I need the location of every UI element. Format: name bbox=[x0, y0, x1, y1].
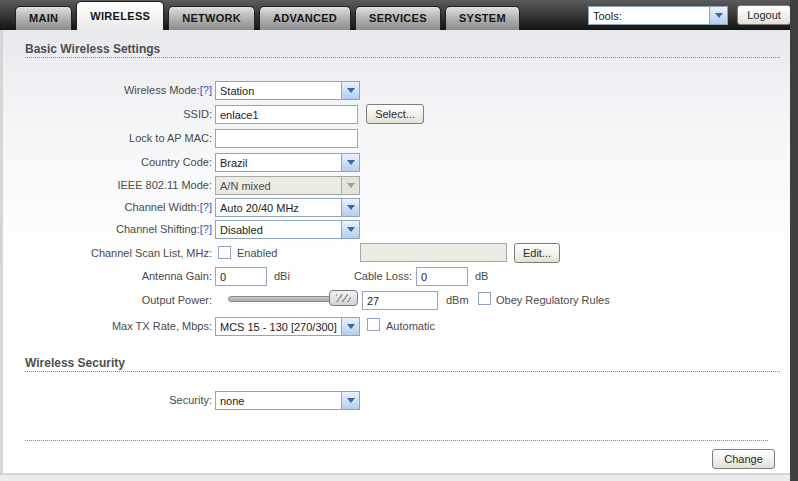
logout-button[interactable]: Logout bbox=[737, 5, 791, 25]
wireless-mode-select[interactable]: Station bbox=[215, 81, 360, 100]
channel-scan-list-input bbox=[360, 243, 507, 262]
max-tx-rate-select[interactable]: MCS 15 - 130 [270/300] bbox=[215, 317, 360, 336]
change-button[interactable]: Change bbox=[712, 449, 775, 469]
window-bottom-edge bbox=[0, 474, 790, 481]
channel-scan-list-label: Channel Scan List, MHz: bbox=[0, 247, 212, 259]
max-tx-rate-value: MCS 15 - 130 [270/300] bbox=[216, 321, 341, 333]
ieee80211-mode-value: A/N mixed bbox=[216, 180, 341, 192]
tab-system[interactable]: SYSTEM bbox=[445, 6, 520, 30]
output-power-unit: dBm bbox=[446, 294, 469, 306]
tab-network[interactable]: NETWORK bbox=[168, 6, 255, 30]
chevron-down-icon bbox=[341, 318, 359, 335]
channel-width-value: Auto 20/40 MHz bbox=[216, 202, 341, 214]
section-divider bbox=[25, 57, 780, 58]
ieee80211-mode-select: A/N mixed bbox=[215, 176, 360, 195]
obey-regulatory-rules-checkbox[interactable] bbox=[478, 292, 491, 305]
basic-wireless-settings-title: Basic Wireless Settings bbox=[25, 42, 160, 56]
section-divider bbox=[25, 371, 780, 372]
cable-loss-label: Cable Loss: bbox=[200, 270, 412, 282]
obey-regulatory-rules-label: Obey Regulatory Rules bbox=[496, 294, 610, 306]
country-code-select[interactable]: Brazil bbox=[215, 153, 360, 172]
output-power-input[interactable] bbox=[362, 291, 438, 310]
cable-loss-unit: dB bbox=[475, 270, 488, 282]
tab-bar: MAIN WIRELESS NETWORK ADVANCED SERVICES … bbox=[15, 1, 524, 30]
chevron-down-icon bbox=[341, 221, 359, 238]
chevron-down-icon bbox=[709, 7, 727, 24]
security-label: Security: bbox=[0, 394, 212, 406]
tab-services[interactable]: SERVICES bbox=[355, 6, 441, 30]
wireless-mode-value: Station bbox=[216, 85, 341, 97]
slider-grip-icon bbox=[336, 294, 351, 302]
channel-shifting-select[interactable]: Disabled bbox=[215, 220, 360, 239]
chevron-down-icon bbox=[341, 392, 359, 409]
channel-scan-enabled-label: Enabled bbox=[237, 247, 277, 259]
security-select[interactable]: none bbox=[215, 391, 360, 410]
max-tx-rate-automatic-checkbox[interactable] bbox=[367, 318, 380, 331]
tab-wireless[interactable]: WIRELESS bbox=[76, 1, 164, 30]
wireless-mode-label: Wireless Mode:[?] bbox=[0, 84, 212, 96]
max-tx-rate-automatic-label: Automatic bbox=[386, 320, 435, 332]
channel-shifting-value: Disabled bbox=[216, 224, 341, 236]
chevron-down-icon bbox=[341, 177, 359, 194]
lock-to-ap-mac-label: Lock to AP MAC: bbox=[0, 132, 212, 144]
ieee80211-mode-label: IEEE 802.11 Mode: bbox=[0, 179, 212, 191]
tab-advanced[interactable]: ADVANCED bbox=[259, 6, 351, 30]
wireless-mode-help-link[interactable]: [?] bbox=[200, 84, 212, 96]
channel-scan-enabled-checkbox[interactable] bbox=[218, 246, 231, 259]
chevron-down-icon bbox=[341, 82, 359, 99]
channel-width-label: Channel Width:[?] bbox=[0, 201, 212, 213]
footer-divider bbox=[25, 440, 768, 441]
ssid-label: SSID: bbox=[0, 108, 212, 120]
output-power-label: Output Power: bbox=[0, 294, 212, 306]
channel-shifting-help-link[interactable]: [?] bbox=[200, 223, 212, 235]
wireless-mode-label-text: Wireless Mode: bbox=[124, 84, 200, 96]
lock-to-ap-mac-input[interactable] bbox=[215, 129, 358, 148]
channel-scan-edit-button[interactable]: Edit... bbox=[514, 243, 560, 263]
max-tx-rate-label: Max TX Rate, Mbps: bbox=[0, 320, 212, 332]
output-power-slider-handle[interactable] bbox=[329, 290, 358, 306]
ssid-select-button[interactable]: Select... bbox=[366, 104, 424, 124]
chevron-down-icon bbox=[341, 199, 359, 216]
cable-loss-input[interactable] bbox=[416, 267, 468, 286]
wireless-security-title: Wireless Security bbox=[25, 356, 125, 370]
country-code-value: Brazil bbox=[216, 157, 341, 169]
ssid-input[interactable] bbox=[215, 105, 358, 124]
security-value: none bbox=[216, 395, 341, 407]
chevron-down-icon bbox=[341, 154, 359, 171]
tab-main[interactable]: MAIN bbox=[15, 6, 72, 30]
tools-select-value: Tools: bbox=[589, 10, 709, 22]
channel-width-select[interactable]: Auto 20/40 MHz bbox=[215, 198, 360, 217]
country-code-label: Country Code: bbox=[0, 156, 212, 168]
antenna-gain-label: Antenna Gain: bbox=[0, 270, 212, 282]
tools-select[interactable]: Tools: bbox=[588, 6, 728, 25]
channel-width-help-link[interactable]: [?] bbox=[200, 201, 212, 213]
airos-wireless-page: MAIN WIRELESS NETWORK ADVANCED SERVICES … bbox=[0, 0, 798, 481]
channel-shifting-label-text: Channel Shifting: bbox=[116, 223, 200, 235]
channel-width-label-text: Channel Width: bbox=[125, 201, 200, 213]
top-navigation-bar: MAIN WIRELESS NETWORK ADVANCED SERVICES … bbox=[0, 0, 798, 30]
window-right-edge bbox=[790, 0, 798, 481]
channel-shifting-label: Channel Shifting:[?] bbox=[0, 223, 212, 235]
